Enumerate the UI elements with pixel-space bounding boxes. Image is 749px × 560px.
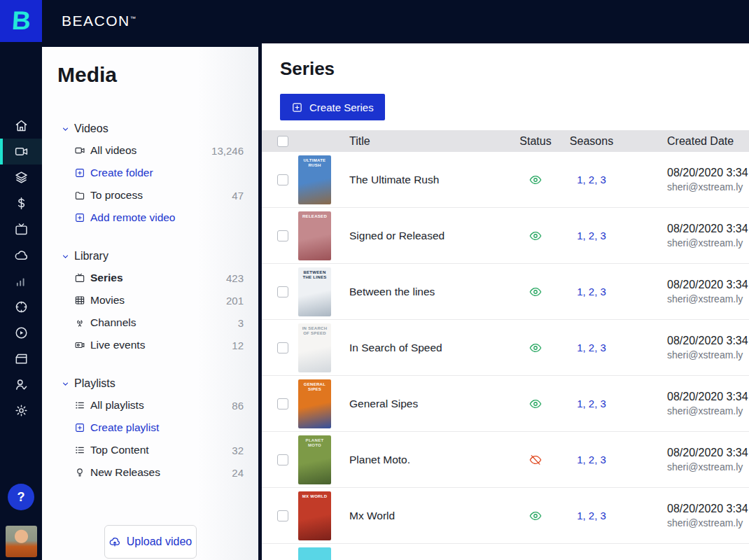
series-title: Between the lines: [349, 286, 511, 298]
cloud-upload-icon: [108, 536, 121, 548]
series-table: Title Status Seasons Created Date Ultima…: [262, 130, 749, 560]
rail-item-gear[interactable]: [0, 398, 42, 424]
chevron-down-icon: [61, 252, 70, 261]
sidebar-section-label: Videos: [74, 122, 108, 135]
rail-item-home[interactable]: [0, 113, 42, 139]
user-avatar[interactable]: [6, 526, 37, 557]
table-row[interactable]: Planet Moto Planet Moto. 1, 2, 3 08/20/2…: [262, 432, 749, 488]
rail-item-tv[interactable]: [0, 216, 42, 242]
live-camera-icon: [74, 340, 85, 351]
sidebar-item-movies[interactable]: Movies 201: [42, 289, 258, 312]
sidebar-item-all-videos[interactable]: All videos 13,246: [42, 139, 258, 162]
created-date: 08/20/2020 3:34: [667, 503, 749, 515]
help-button[interactable]: ?: [8, 484, 34, 510]
sidebar-item-new-releases[interactable]: New Releases 24: [42, 461, 258, 484]
plus-square-icon: [74, 212, 85, 223]
create-series-button[interactable]: Create Series: [280, 94, 385, 120]
play-circle-icon: [14, 326, 29, 340]
created-by: sheri@xstream.ly: [667, 517, 749, 528]
sidebar-item-live-events[interactable]: Live events 12: [42, 334, 258, 356]
sidebar-item-all-playlists[interactable]: All playlists 86: [42, 394, 258, 416]
created-date-cell: 08/20/2020 3:34 sheri@xstream.ly: [667, 447, 749, 472]
seasons-links[interactable]: 1, 2, 3: [560, 454, 623, 465]
sidebar-item-count: 201: [226, 295, 244, 307]
table-row[interactable]: In Search of Speed In Search of Speed 1,…: [262, 320, 749, 376]
rail-item-target[interactable]: [0, 294, 42, 320]
sidebar-item-label: Series: [90, 272, 226, 284]
row-checkbox[interactable]: [277, 454, 288, 465]
column-header-title[interactable]: Title: [349, 135, 511, 148]
seasons-links[interactable]: 1, 2, 3: [560, 510, 623, 522]
table-row[interactable]: MX World Mx World 1, 2, 3 08/20/2020 3:3…: [262, 488, 749, 544]
sidebar-section-videos[interactable]: Videos: [42, 118, 258, 139]
select-all-checkbox[interactable]: [277, 136, 288, 147]
sidebar-item-label: Live events: [90, 339, 232, 351]
rail-item-video-camera[interactable]: [0, 139, 42, 164]
row-checkbox[interactable]: [277, 174, 288, 186]
table-row[interactable]: Released Signed or Released 1, 2, 3 08/2…: [262, 208, 749, 264]
folder-icon: [74, 190, 85, 201]
rail-item-play-circle[interactable]: [0, 320, 42, 346]
row-checkbox[interactable]: [277, 342, 288, 354]
seasons-links[interactable]: 1, 2, 3: [560, 398, 623, 410]
sidebar-item-label: To process: [90, 189, 232, 202]
created-date: 08/20/2020 3:34: [667, 167, 749, 179]
series-thumbnail: Ultimate Rush: [298, 155, 331, 204]
table-row[interactable]: Ultimate Rush The Ultimate Rush 1, 2, 3 …: [262, 152, 749, 208]
seasons-links[interactable]: 1, 2, 3: [560, 342, 623, 354]
poster-caption: In Search of Speed: [300, 326, 330, 337]
row-checkbox[interactable]: [277, 398, 288, 410]
created-by: sheri@xstream.ly: [667, 461, 749, 472]
sidebar-item-series[interactable]: Series 423: [42, 267, 258, 289]
created-date: 08/20/2020 3:34: [667, 335, 749, 347]
tv-icon: [74, 272, 85, 284]
sidebar-section-library[interactable]: Library: [42, 246, 258, 267]
table-row[interactable]: General Sipes General Sipes 1, 2, 3 08/2…: [262, 376, 749, 432]
sidebar-item-add-remote-video[interactable]: Add remote video: [42, 206, 258, 229]
column-header-created-date[interactable]: Created Date: [667, 135, 749, 148]
seasons-links[interactable]: 1, 2, 3: [560, 286, 623, 298]
table-row[interactable]: Between the Lines Between the lines 1, 2…: [262, 264, 749, 320]
plus-square-icon: [74, 422, 85, 433]
sidebar-section: Playlists All playlists 86 Create playli…: [42, 373, 258, 484]
film-icon: [74, 295, 85, 306]
column-header-seasons[interactable]: Seasons: [560, 135, 623, 148]
beacon-logo-letter: B: [10, 6, 31, 36]
top-bar: B BEACON™: [0, 0, 749, 42]
created-by: sheri@xstream.ly: [667, 237, 749, 248]
series-thumbnail: General Sipes: [298, 379, 331, 428]
list-icon: [74, 400, 85, 411]
created-date-cell: 08/20/2020 3:34 sheri@xstream.ly: [667, 279, 749, 304]
series-title: Planet Moto.: [349, 454, 511, 466]
sidebar-section-playlists[interactable]: Playlists: [42, 373, 258, 394]
rail-item-clapperboard[interactable]: [0, 346, 42, 372]
beacon-logo[interactable]: B: [0, 0, 42, 42]
row-checkbox[interactable]: [277, 286, 288, 298]
sidebar-item-create-playlist[interactable]: Create playlist: [42, 416, 258, 439]
bar-chart-icon: [14, 274, 29, 288]
upload-video-button[interactable]: Upload video: [104, 525, 197, 559]
rail-item-user-check[interactable]: [0, 372, 42, 398]
trademark-symbol: ™: [130, 15, 136, 22]
table-row[interactable]: 08/20/2020 3:34 sheri@xstream.ly: [262, 544, 749, 560]
sidebar-section: Videos All videos 13,246 Create folder T…: [42, 118, 258, 229]
created-date-cell: 08/20/2020 3:34 sheri@xstream.ly: [667, 503, 749, 528]
column-header-status[interactable]: Status: [511, 135, 560, 148]
created-date-cell: 08/20/2020 3:34 sheri@xstream.ly: [667, 391, 749, 416]
status-visible-icon: [528, 341, 542, 355]
tv-icon: [14, 222, 29, 237]
sidebar-item-create-folder[interactable]: Create folder: [42, 162, 258, 184]
seasons-links[interactable]: 1, 2, 3: [560, 230, 623, 241]
rail-item-layers[interactable]: [0, 164, 42, 190]
rail-item-cloud[interactable]: [0, 242, 42, 268]
row-checkbox[interactable]: [277, 510, 288, 522]
seasons-links[interactable]: 1, 2, 3: [560, 174, 623, 186]
rail-item-dollar[interactable]: [0, 190, 42, 216]
row-checkbox[interactable]: [277, 230, 288, 241]
series-title: Signed or Released: [349, 230, 511, 242]
sidebar-item-to-process[interactable]: To process 47: [42, 184, 258, 206]
sidebar-item-top-content[interactable]: Top Content 32: [42, 439, 258, 461]
sidebar-item-channels[interactable]: Channels 3: [42, 312, 258, 334]
create-series-label: Create Series: [309, 102, 374, 113]
rail-item-bar-chart[interactable]: [0, 268, 42, 294]
